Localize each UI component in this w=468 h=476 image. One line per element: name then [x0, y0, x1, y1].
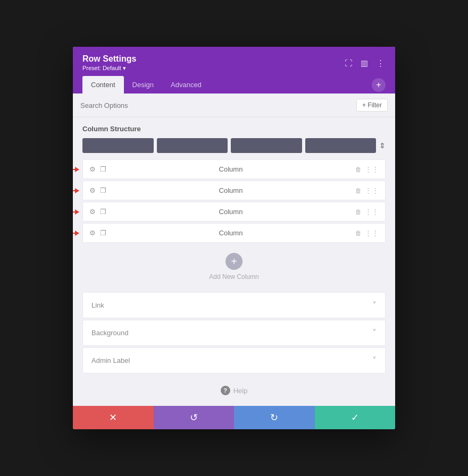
table-row: Column ⋮	[82, 202, 386, 222]
modal-header: Row Settings Preset: Default ▾ ⛶ ▥ ⋮ Con…	[73, 47, 395, 94]
accordion-link[interactable]: Link	[82, 292, 386, 318]
table-row: Column ⋮	[82, 181, 386, 200]
row-4-actions: ⋮	[355, 229, 379, 237]
col-row-label: Column	[106, 186, 355, 194]
save-button[interactable]: ✓	[315, 406, 396, 429]
col-preview-1	[82, 138, 154, 153]
arrow-indicator-1	[73, 167, 79, 172]
gear-icon[interactable]	[89, 165, 96, 173]
tab-advanced[interactable]: Advanced	[162, 76, 210, 94]
gear-icon[interactable]	[89, 186, 96, 194]
col-preview-4	[305, 138, 377, 153]
trash-icon[interactable]	[355, 165, 362, 173]
row-1-icons	[89, 165, 106, 173]
row-4-icons	[89, 229, 106, 237]
row-settings-modal: Row Settings Preset: Default ▾ ⛶ ▥ ⋮ Con…	[73, 47, 395, 429]
row-3-actions: ⋮	[355, 208, 379, 216]
col-preview-2	[157, 138, 228, 153]
more-options-icon[interactable]: ⋮	[365, 165, 379, 173]
arrow-indicator-3	[73, 209, 79, 215]
clone-icon[interactable]	[100, 229, 106, 237]
row-2-actions: ⋮	[355, 186, 379, 194]
add-tab-button[interactable]: +	[372, 78, 386, 92]
trash-icon[interactable]	[355, 208, 362, 216]
search-input[interactable]	[80, 101, 356, 109]
column-structure-preview[interactable]: ⇕	[82, 138, 386, 153]
header-title-group: Row Settings Preset: Default ▾	[82, 54, 136, 72]
cancel-button[interactable]: ✕	[73, 406, 154, 429]
column-structure-section: Column Structure ⇕	[73, 117, 395, 159]
help-icon: ?	[221, 386, 230, 395]
col-row-label: Column	[106, 208, 355, 216]
accordion-link-label: Link	[91, 301, 104, 309]
more-options-icon[interactable]: ⋮	[375, 58, 386, 69]
accordion-admin-label[interactable]: Admin Label	[82, 347, 386, 373]
column-rows-list: Column ⋮ Column ⋮	[73, 159, 395, 243]
row-1-actions: ⋮	[355, 165, 379, 173]
header-icons: ⛶ ▥ ⋮	[343, 58, 386, 69]
clone-icon[interactable]	[100, 186, 106, 194]
gear-icon[interactable]	[89, 208, 96, 216]
col-row-label: Column	[106, 165, 355, 173]
column-structure-dropdown-icon[interactable]: ⇕	[379, 141, 386, 150]
accordion-admin-label-label: Admin Label	[91, 356, 130, 364]
chevron-down-icon	[372, 300, 377, 310]
undo-button[interactable]: ↺	[154, 406, 235, 429]
row-3-icons	[89, 208, 106, 216]
trash-icon[interactable]	[355, 186, 362, 194]
chevron-down-icon	[372, 328, 377, 338]
table-row: Column ⋮	[82, 223, 386, 243]
more-options-icon[interactable]: ⋮	[365, 208, 379, 216]
trash-icon[interactable]	[355, 229, 362, 237]
modal-footer: ✕ ↺ ↻ ✓	[73, 406, 395, 429]
more-options-icon[interactable]: ⋮	[365, 186, 379, 194]
col-row-label: Column	[106, 229, 355, 237]
help-label: Help	[233, 387, 248, 395]
tab-design[interactable]: Design	[124, 76, 162, 94]
redo-button[interactable]: ↻	[234, 406, 315, 429]
tab-content[interactable]: Content	[82, 76, 124, 94]
chevron-down-icon	[372, 355, 377, 366]
modal-preset[interactable]: Preset: Default ▾	[82, 65, 136, 72]
add-column-label: Add New Column	[81, 273, 387, 280]
clone-icon[interactable]	[100, 165, 106, 173]
columns-icon[interactable]: ▥	[359, 58, 370, 69]
header-top: Row Settings Preset: Default ▾ ⛶ ▥ ⋮	[82, 54, 386, 72]
accordion-background[interactable]: Background	[82, 320, 386, 346]
accordion-sections: Link Background Admin Label	[73, 292, 395, 373]
fullscreen-icon[interactable]: ⛶	[343, 58, 354, 69]
modal-title: Row Settings	[82, 54, 136, 64]
row-2-icons	[89, 186, 106, 194]
more-options-icon[interactable]: ⋮	[365, 229, 379, 237]
filter-button[interactable]: + Filter	[356, 99, 388, 112]
clone-icon[interactable]	[100, 208, 106, 216]
add-new-column-section[interactable]: + Add New Column	[73, 244, 395, 289]
help-section[interactable]: ? Help	[73, 375, 395, 406]
gear-icon[interactable]	[89, 229, 96, 237]
accordion-background-label: Background	[91, 329, 128, 337]
tabs: Content Design Advanced +	[82, 76, 386, 94]
add-column-button[interactable]: +	[225, 253, 243, 270]
table-row: Column ⋮	[82, 159, 386, 179]
arrow-indicator-2	[73, 188, 79, 193]
modal-body: + Filter Column Structure ⇕ Colu	[73, 94, 395, 406]
section-title: Column Structure	[82, 125, 386, 133]
search-bar: + Filter	[73, 94, 395, 117]
arrow-indicator-4	[73, 231, 79, 236]
col-preview-3	[231, 138, 302, 153]
